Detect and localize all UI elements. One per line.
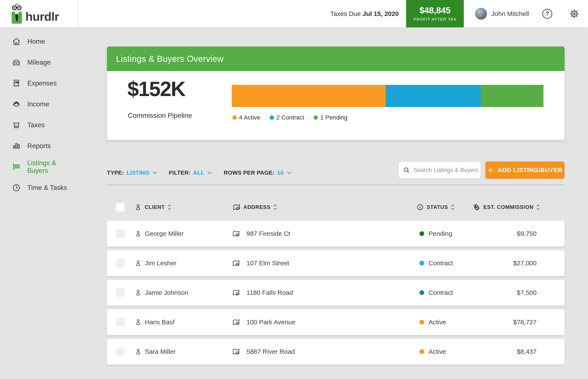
column-header-status[interactable]: STATUS [416, 204, 454, 211]
address: 5887 River Road [246, 348, 295, 355]
person-icon [135, 204, 142, 211]
status-dot [420, 320, 424, 325]
profit-after-tax-widget[interactable]: $48,845 PROFIT AFTER TAX [406, 0, 464, 27]
table-row[interactable]: Jim Lesher 107 Elm Street Contract $27,0… [107, 250, 565, 276]
status-label: Contract [428, 259, 453, 267]
bar-segment-active[interactable] [232, 85, 386, 107]
status-dot [420, 349, 424, 354]
pipeline-label: Commission Pipeline [128, 111, 192, 120]
sidebar-item-expenses[interactable]: Expenses [0, 73, 78, 94]
overview-card-header: Listings & Buyers Overview [107, 47, 565, 71]
sidebar-item-label: Expenses [27, 79, 57, 87]
overview-title: Listings & Buyers Overview [116, 54, 224, 64]
person-icon [135, 259, 142, 267]
type-dropdown[interactable]: TYPE: LISTING [107, 170, 158, 176]
client-name: Jamie Johnson [145, 289, 188, 296]
sidebar-item-label: Home [27, 38, 45, 46]
map-pin-icon [232, 203, 241, 211]
sidebar-item-label: Reports [27, 142, 51, 150]
rows-per-page-dropdown[interactable]: ROWS PER PAGE: 10 [224, 170, 292, 176]
status-label: Active [428, 348, 446, 355]
table-row[interactable]: George Miller 987 Fireside Ct Pending $9… [107, 221, 565, 247]
address: 987 Fireside Ct [246, 230, 290, 237]
top-bar: hurdlr Taxes Due Jul 15, 2020 $48,845 PR… [0, 0, 588, 27]
sidebar-item-taxes[interactable]: Taxes [0, 115, 78, 135]
column-header-address[interactable]: ADDRESS [232, 203, 277, 211]
logo[interactable]: hurdlr [0, 0, 78, 27]
address: 107 Elm Street [246, 259, 289, 267]
column-header-est-commission[interactable]: EST. COMMISSION [473, 203, 540, 211]
plus-icon [487, 167, 494, 173]
chevron-down-icon [286, 170, 292, 175]
est-commission: $8,437 [517, 348, 537, 355]
add-listing-buyer-button[interactable]: ADD LISTING/BUYER [485, 161, 565, 179]
bar-segment-pending[interactable] [481, 85, 543, 107]
person-icon [135, 318, 142, 326]
logo-wordmark: hurdlr [25, 9, 59, 23]
sort-icon [536, 204, 540, 210]
status-label: Pending [428, 230, 452, 237]
status-label: Contract [428, 289, 453, 296]
help-icon[interactable]: ? [542, 9, 552, 19]
table-row[interactable]: Hans Basf 100 Park Avenue Active $78,727 [107, 309, 565, 335]
pipeline-total: $152K [127, 77, 185, 101]
legend-dot-contract [270, 115, 274, 120]
sidebar-item-income[interactable]: Income [0, 94, 78, 115]
row-checkbox[interactable] [116, 347, 125, 356]
profit-label: PROFIT AFTER TAX [413, 17, 456, 22]
sidebar-item-label: Time & Tasks [27, 184, 67, 192]
profit-amount: $48,845 [420, 6, 451, 15]
legend-item-pending: 1 Pending [314, 114, 347, 121]
overview-card-body: $152K Commission Pipeline 4 Active 2 Con… [107, 71, 565, 140]
search-icon [403, 167, 410, 174]
sidebar-item-home[interactable]: Home [0, 31, 78, 52]
legend-dot-pending [314, 115, 318, 120]
map-pin-icon [232, 259, 240, 267]
commission-pipeline-bar[interactable] [232, 85, 543, 107]
avatar[interactable] [475, 8, 487, 20]
toolbar-divider [107, 185, 565, 185]
gear-icon[interactable] [569, 9, 579, 19]
client-name: George Miller [145, 230, 184, 237]
client-name: Sara Miller [145, 348, 176, 355]
sidebar-item-label: Mileage [27, 59, 51, 66]
sort-icon [451, 204, 454, 210]
taxes-due-date: Jul 15, 2020 [362, 10, 399, 17]
sale-sign-icon [12, 162, 21, 171]
status-dot [420, 290, 424, 295]
table-row[interactable]: Jamie Johnson 1180 Falls Road Contract $… [107, 280, 565, 306]
table-header: CLIENT ADDRESS STATUS E [107, 199, 565, 215]
sidebar-item-mileage[interactable]: Mileage [0, 52, 78, 73]
search-input[interactable] [413, 167, 479, 174]
listings-buyers-overview-card: Listings & Buyers Overview $152K Commiss… [107, 47, 565, 140]
top-hat-icon [12, 121, 21, 130]
hurdlr-mascot-icon [10, 3, 23, 25]
row-checkbox[interactable] [116, 318, 125, 326]
sidebar-item-label: Listings & Buyers [27, 159, 78, 175]
map-pin-icon [232, 318, 240, 326]
filter-dropdown[interactable]: FILTER: ALL [169, 170, 212, 176]
row-checkbox[interactable] [116, 229, 125, 238]
select-all-checkbox[interactable] [116, 203, 125, 211]
chevron-down-icon [152, 170, 158, 175]
client-name: Jim Lesher [145, 259, 177, 267]
column-header-client[interactable]: CLIENT [135, 204, 171, 211]
bar-segment-contract[interactable] [386, 85, 481, 107]
car-icon [12, 58, 21, 67]
bar-chart-icon [12, 142, 21, 151]
list-toolbar: TYPE: LISTING FILTER: ALL ROWS PER PAGE:… [107, 161, 565, 179]
listings-table: George Miller 987 Fireside Ct Pending $9… [107, 221, 565, 368]
person-icon [135, 348, 142, 355]
filters: TYPE: LISTING FILTER: ALL ROWS PER PAGE:… [107, 170, 292, 176]
home-icon [12, 37, 21, 46]
sidebar-item-time-tasks[interactable]: Time & Tasks [0, 177, 78, 198]
sidebar-item-reports[interactable]: Reports [0, 135, 78, 156]
est-commission: $9,750 [517, 230, 537, 237]
row-checkbox[interactable] [116, 288, 125, 297]
table-row[interactable]: Sara Miller 5887 River Road Active $8,43… [107, 339, 565, 364]
sidebar-item-listings-buyers[interactable]: Listings & Buyers [0, 156, 78, 177]
pipeline-legend: 4 Active 2 Contract 1 Pending [232, 114, 347, 121]
row-checkbox[interactable] [116, 259, 125, 268]
coins-icon [473, 203, 481, 211]
user-name: John Mitchell [491, 10, 529, 17]
